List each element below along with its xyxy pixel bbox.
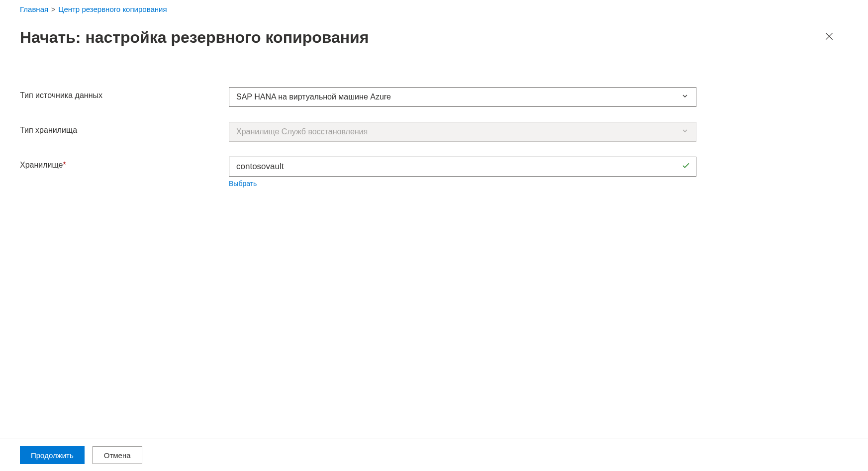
close-button[interactable]	[820, 27, 838, 47]
datasource-type-select[interactable]: SAP HANA на виртуальной машине Azure	[229, 87, 696, 107]
chevron-down-icon	[681, 92, 689, 102]
footer: Продолжить Отмена	[0, 439, 868, 471]
close-icon	[824, 31, 834, 43]
vault-row: Хранилище* Выбрать	[20, 157, 848, 188]
datasource-type-row: Тип источника данных SAP HANA на виртуал…	[20, 87, 848, 107]
check-icon	[681, 161, 690, 172]
continue-button[interactable]: Продолжить	[20, 446, 85, 464]
vault-type-value: Хранилище Служб восстановления	[236, 127, 368, 136]
vault-label: Хранилище*	[20, 157, 229, 170]
breadcrumb-separator: >	[51, 5, 55, 13]
vault-type-select: Хранилище Служб восстановления	[229, 122, 696, 142]
page-title: Начать: настройка резервного копирования	[20, 28, 369, 47]
breadcrumb: Главная > Центр резервного копирования	[0, 0, 868, 17]
breadcrumb-home-link[interactable]: Главная	[20, 5, 48, 13]
vault-type-row: Тип хранилища Хранилище Служб восстановл…	[20, 122, 848, 142]
page-header: Начать: настройка резервного копирования	[0, 17, 868, 62]
vault-input[interactable]	[229, 157, 696, 177]
vault-select-link[interactable]: Выбрать	[229, 180, 257, 188]
chevron-down-icon	[681, 127, 689, 137]
vault-type-label: Тип хранилища	[20, 122, 229, 135]
vault-input-wrap	[229, 157, 696, 177]
form-content: Тип источника данных SAP HANA на виртуал…	[0, 62, 868, 188]
breadcrumb-current-link[interactable]: Центр резервного копирования	[58, 5, 167, 13]
datasource-type-value: SAP HANA на виртуальной машине Azure	[236, 93, 391, 101]
cancel-button[interactable]: Отмена	[93, 446, 142, 464]
datasource-type-label: Тип источника данных	[20, 87, 229, 100]
